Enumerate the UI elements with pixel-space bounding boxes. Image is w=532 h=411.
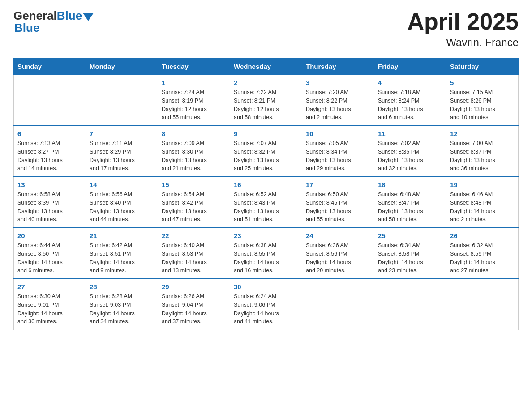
calendar-cell-w2-d6: 12Sunrise: 7:00 AM Sunset: 8:37 PM Dayli… bbox=[446, 126, 519, 177]
day-number: 9 bbox=[234, 130, 298, 137]
day-number: 8 bbox=[162, 130, 226, 137]
header-saturday: Saturday bbox=[446, 58, 519, 75]
week-row-2: 6Sunrise: 7:13 AM Sunset: 8:27 PM Daylig… bbox=[14, 126, 519, 177]
calendar-cell-w1-d0 bbox=[14, 75, 86, 126]
day-number: 4 bbox=[378, 79, 442, 86]
day-info: Sunrise: 7:11 AM Sunset: 8:29 PM Dayligh… bbox=[90, 139, 154, 173]
calendar-cell-w5-d6 bbox=[446, 279, 519, 330]
calendar-cell-w5-d4 bbox=[302, 279, 374, 330]
day-number: 17 bbox=[306, 181, 370, 188]
header-friday: Friday bbox=[374, 58, 446, 75]
day-info: Sunrise: 6:34 AM Sunset: 8:58 PM Dayligh… bbox=[378, 241, 442, 275]
header-thursday: Thursday bbox=[302, 58, 374, 75]
calendar-cell-w3-d1: 14Sunrise: 6:56 AM Sunset: 8:40 PM Dayli… bbox=[86, 177, 158, 228]
day-number: 19 bbox=[450, 181, 515, 188]
day-info: Sunrise: 6:36 AM Sunset: 8:56 PM Dayligh… bbox=[306, 241, 370, 275]
week-row-5: 27Sunrise: 6:30 AM Sunset: 9:01 PM Dayli… bbox=[14, 279, 519, 330]
calendar-cell-w4-d3: 23Sunrise: 6:38 AM Sunset: 8:55 PM Dayli… bbox=[230, 228, 302, 279]
calendar-cell-w5-d2: 29Sunrise: 6:26 AM Sunset: 9:04 PM Dayli… bbox=[158, 279, 230, 330]
day-info: Sunrise: 6:32 AM Sunset: 8:59 PM Dayligh… bbox=[450, 241, 515, 275]
day-info: Sunrise: 6:56 AM Sunset: 8:40 PM Dayligh… bbox=[90, 190, 154, 224]
day-info: Sunrise: 7:13 AM Sunset: 8:27 PM Dayligh… bbox=[17, 139, 82, 173]
calendar-cell-w3-d2: 15Sunrise: 6:54 AM Sunset: 8:42 PM Dayli… bbox=[158, 177, 230, 228]
header-monday: Monday bbox=[86, 58, 158, 75]
day-info: Sunrise: 6:24 AM Sunset: 9:06 PM Dayligh… bbox=[234, 292, 298, 326]
day-number: 30 bbox=[234, 283, 298, 291]
calendar-cell-w2-d0: 6Sunrise: 7:13 AM Sunset: 8:27 PM Daylig… bbox=[14, 126, 86, 177]
day-info: Sunrise: 6:46 AM Sunset: 8:48 PM Dayligh… bbox=[450, 190, 515, 224]
calendar-cell-w3-d4: 17Sunrise: 6:50 AM Sunset: 8:45 PM Dayli… bbox=[302, 177, 374, 228]
calendar-cell-w3-d5: 18Sunrise: 6:48 AM Sunset: 8:47 PM Dayli… bbox=[374, 177, 446, 228]
header-wednesday: Wednesday bbox=[230, 58, 302, 75]
calendar-cell-w1-d3: 2Sunrise: 7:22 AM Sunset: 8:21 PM Daylig… bbox=[230, 75, 302, 126]
calendar-cell-w4-d6: 26Sunrise: 6:32 AM Sunset: 8:59 PM Dayli… bbox=[446, 228, 519, 279]
calendar-cell-w1-d5: 4Sunrise: 7:18 AM Sunset: 8:24 PM Daylig… bbox=[374, 75, 446, 126]
calendar-cell-w2-d3: 9Sunrise: 7:07 AM Sunset: 8:32 PM Daylig… bbox=[230, 126, 302, 177]
calendar-cell-w3-d6: 19Sunrise: 6:46 AM Sunset: 8:48 PM Dayli… bbox=[446, 177, 519, 228]
calendar-cell-w1-d6: 5Sunrise: 7:15 AM Sunset: 8:26 PM Daylig… bbox=[446, 75, 519, 126]
day-number: 29 bbox=[162, 283, 226, 291]
day-info: Sunrise: 7:09 AM Sunset: 8:30 PM Dayligh… bbox=[162, 139, 226, 173]
day-number: 13 bbox=[17, 181, 82, 188]
day-info: Sunrise: 6:28 AM Sunset: 9:03 PM Dayligh… bbox=[90, 292, 154, 326]
day-info: Sunrise: 7:18 AM Sunset: 8:24 PM Dayligh… bbox=[378, 88, 442, 122]
day-info: Sunrise: 7:05 AM Sunset: 8:34 PM Dayligh… bbox=[306, 139, 370, 173]
calendar-cell-w2-d1: 7Sunrise: 7:11 AM Sunset: 8:29 PM Daylig… bbox=[86, 126, 158, 177]
day-number: 7 bbox=[90, 130, 154, 137]
calendar-cell-w4-d5: 25Sunrise: 6:34 AM Sunset: 8:58 PM Dayli… bbox=[374, 228, 446, 279]
day-number: 14 bbox=[90, 181, 154, 188]
logo-blue-text: Blue bbox=[57, 9, 82, 23]
calendar-cell-w4-d2: 22Sunrise: 6:40 AM Sunset: 8:53 PM Dayli… bbox=[158, 228, 230, 279]
calendar-cell-w5-d1: 28Sunrise: 6:28 AM Sunset: 9:03 PM Dayli… bbox=[86, 279, 158, 330]
calendar-cell-w2-d2: 8Sunrise: 7:09 AM Sunset: 8:30 PM Daylig… bbox=[158, 126, 230, 177]
calendar-cell-w1-d4: 3Sunrise: 7:20 AM Sunset: 8:22 PM Daylig… bbox=[302, 75, 374, 126]
day-info: Sunrise: 6:44 AM Sunset: 8:50 PM Dayligh… bbox=[17, 241, 82, 275]
day-number: 28 bbox=[90, 283, 154, 291]
title-block: April 2025 Wavrin, France bbox=[407, 9, 519, 49]
day-info: Sunrise: 6:42 AM Sunset: 8:51 PM Dayligh… bbox=[90, 241, 154, 275]
day-number: 21 bbox=[90, 232, 154, 240]
calendar-cell-w1-d2: 1Sunrise: 7:24 AM Sunset: 8:19 PM Daylig… bbox=[158, 75, 230, 126]
day-info: Sunrise: 7:02 AM Sunset: 8:35 PM Dayligh… bbox=[378, 139, 442, 173]
calendar-cell-w4-d1: 21Sunrise: 6:42 AM Sunset: 8:51 PM Dayli… bbox=[86, 228, 158, 279]
day-number: 24 bbox=[306, 232, 370, 240]
day-number: 26 bbox=[450, 232, 515, 240]
calendar-cell-w5-d5 bbox=[374, 279, 446, 330]
calendar-cell-w5-d3: 30Sunrise: 6:24 AM Sunset: 9:06 PM Dayli… bbox=[230, 279, 302, 330]
week-row-4: 20Sunrise: 6:44 AM Sunset: 8:50 PM Dayli… bbox=[14, 228, 519, 279]
day-info: Sunrise: 6:30 AM Sunset: 9:01 PM Dayligh… bbox=[17, 292, 82, 326]
day-info: Sunrise: 6:40 AM Sunset: 8:53 PM Dayligh… bbox=[162, 241, 226, 275]
day-info: Sunrise: 6:52 AM Sunset: 8:43 PM Dayligh… bbox=[234, 190, 298, 224]
logo-bottom-text: Blue bbox=[13, 21, 39, 35]
calendar-title: April 2025 bbox=[407, 9, 519, 34]
logo: General Blue Blue bbox=[13, 9, 94, 35]
day-number: 1 bbox=[162, 79, 226, 86]
day-info: Sunrise: 7:20 AM Sunset: 8:22 PM Dayligh… bbox=[306, 88, 370, 122]
logo-triangle-icon bbox=[83, 13, 94, 21]
day-info: Sunrise: 7:22 AM Sunset: 8:21 PM Dayligh… bbox=[234, 88, 298, 122]
calendar-cell-w4-d0: 20Sunrise: 6:44 AM Sunset: 8:50 PM Dayli… bbox=[14, 228, 86, 279]
calendar-table: SundayMondayTuesdayWednesdayThursdayFrid… bbox=[13, 58, 519, 330]
day-info: Sunrise: 7:24 AM Sunset: 8:19 PM Dayligh… bbox=[162, 88, 226, 122]
day-number: 22 bbox=[162, 232, 226, 240]
day-number: 23 bbox=[234, 232, 298, 240]
day-info: Sunrise: 7:07 AM Sunset: 8:32 PM Dayligh… bbox=[234, 139, 298, 173]
day-number: 20 bbox=[17, 232, 82, 240]
day-number: 27 bbox=[17, 283, 82, 291]
week-row-1: 1Sunrise: 7:24 AM Sunset: 8:19 PM Daylig… bbox=[14, 75, 519, 126]
calendar-cell-w2-d5: 11Sunrise: 7:02 AM Sunset: 8:35 PM Dayli… bbox=[374, 126, 446, 177]
week-row-3: 13Sunrise: 6:58 AM Sunset: 8:39 PM Dayli… bbox=[14, 177, 519, 228]
day-info: Sunrise: 6:50 AM Sunset: 8:45 PM Dayligh… bbox=[306, 190, 370, 224]
calendar-cell-w4-d4: 24Sunrise: 6:36 AM Sunset: 8:56 PM Dayli… bbox=[302, 228, 374, 279]
day-number: 11 bbox=[378, 130, 442, 137]
day-number: 18 bbox=[378, 181, 442, 188]
calendar-cell-w1-d1 bbox=[86, 75, 158, 126]
calendar-cell-w2-d4: 10Sunrise: 7:05 AM Sunset: 8:34 PM Dayli… bbox=[302, 126, 374, 177]
day-number: 3 bbox=[306, 79, 370, 86]
header-tuesday: Tuesday bbox=[158, 58, 230, 75]
day-info: Sunrise: 7:00 AM Sunset: 8:37 PM Dayligh… bbox=[450, 139, 515, 173]
day-number: 15 bbox=[162, 181, 226, 188]
day-number: 12 bbox=[450, 130, 515, 137]
day-number: 6 bbox=[17, 130, 82, 137]
day-info: Sunrise: 6:58 AM Sunset: 8:39 PM Dayligh… bbox=[17, 190, 82, 224]
